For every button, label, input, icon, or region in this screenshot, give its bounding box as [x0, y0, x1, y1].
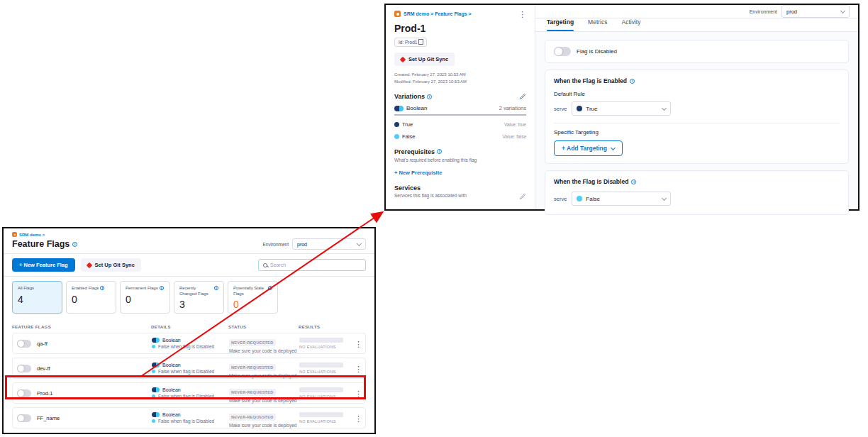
- table-header-row: FEATURE FLAGS DETAILS STATUS RESULTS: [4, 319, 374, 333]
- new-feature-flag-button[interactable]: + New Feature Flag: [12, 258, 75, 272]
- flag-type: Boolean: [162, 387, 181, 392]
- tab-metrics[interactable]: Metrics: [588, 18, 607, 31]
- page-title: Feature Flags: [12, 239, 69, 249]
- flag-enabled-toggle[interactable]: [554, 47, 571, 56]
- table-row[interactable]: dev-ff Boolean False when flag is Disabl…: [12, 358, 366, 379]
- flag-name[interactable]: Prod-1: [37, 390, 53, 397]
- variation-false-label: False: [402, 133, 415, 140]
- edit-variations-icon[interactable]: [519, 93, 526, 100]
- card-label: Enabled Flags: [72, 286, 99, 292]
- summary-card-permanent-flags[interactable]: Permanent Flags 0: [120, 281, 170, 314]
- table-row[interactable]: FF_name Boolean False when flag is Disab…: [12, 407, 366, 428]
- flag-name[interactable]: qa-ff: [37, 341, 48, 347]
- boolean-type-icon: [394, 106, 404, 111]
- info-icon[interactable]: [214, 286, 218, 290]
- specific-targeting-label: Specific Targeting: [554, 129, 840, 135]
- row-menu-icon[interactable]: [355, 365, 362, 373]
- breadcrumb[interactable]: SRM demo >: [12, 232, 366, 237]
- results-skeleton-bar: [299, 412, 343, 417]
- summary-card-all-flags[interactable]: All Flags 4: [12, 281, 62, 314]
- more-options-icon[interactable]: [518, 11, 526, 18]
- flag-toggle[interactable]: [17, 365, 31, 372]
- false-variation-dot: [152, 394, 155, 398]
- info-icon[interactable]: [72, 242, 77, 247]
- info-icon[interactable]: [160, 286, 164, 290]
- default-rule-serve-select[interactable]: True: [572, 101, 671, 116]
- info-icon[interactable]: [427, 94, 432, 99]
- status-text: Make sure your code is deployed: [229, 373, 299, 378]
- flag-default-rule: False when flag is Disabled: [158, 369, 214, 374]
- environment-value: prod: [297, 242, 307, 247]
- card-label: Recently Changed Flags: [179, 286, 213, 297]
- column-header-feature-flags: FEATURE FLAGS: [12, 325, 151, 329]
- flag-toggle[interactable]: [17, 414, 31, 422]
- chevron-down-icon: [611, 145, 616, 150]
- variation-item-true: True Value: true: [394, 121, 526, 128]
- results-text: NO EVALUATIONS: [299, 419, 354, 424]
- boolean-type-icon: [152, 387, 160, 392]
- status-text: Make sure your code is deployed: [229, 398, 299, 403]
- tab-targeting[interactable]: Targeting: [547, 18, 574, 31]
- variation-type-label: Boolean: [406, 105, 427, 111]
- false-variation-dot: [152, 345, 155, 348]
- srm-module-icon: [12, 232, 17, 237]
- srm-module-icon: [394, 11, 401, 17]
- default-rule-serve-value: True: [586, 106, 597, 112]
- environment-select[interactable]: prod: [781, 5, 850, 18]
- summary-card-recently-changed-flags[interactable]: Recently Changed Flags 3: [174, 281, 224, 314]
- tab-activity[interactable]: Activity: [621, 18, 640, 31]
- prerequisites-description: What's required before enabling this fla…: [394, 157, 526, 162]
- summary-card-potentially-stale-flags[interactable]: Potentially Stale Flags 0: [228, 281, 278, 314]
- variation-false-value: Value: false: [503, 134, 526, 139]
- setup-git-sync-button[interactable]: Set Up Git Sync: [81, 258, 141, 272]
- false-variation-dot: [577, 196, 582, 201]
- services-heading: Services: [394, 184, 421, 192]
- status-text: Make sure your code is deployed: [229, 348, 299, 353]
- disabled-serve-select[interactable]: False: [572, 192, 671, 206]
- summary-card-enabled-flags[interactable]: Enabled Flags 0: [66, 281, 116, 314]
- search-input[interactable]: [270, 262, 361, 267]
- setup-git-sync-label: Set Up Git Sync: [408, 56, 448, 62]
- copy-icon[interactable]: [419, 40, 423, 45]
- info-icon[interactable]: [437, 149, 442, 154]
- add-targeting-label: + Add Targeting: [562, 145, 607, 152]
- serve-label: serve: [554, 106, 567, 112]
- disabled-rules-card: When the Flag is Disabled serve False: [545, 170, 849, 215]
- table-row[interactable]: qa-ff Boolean False when flag is Disable…: [12, 333, 366, 354]
- info-icon[interactable]: [631, 179, 636, 184]
- breadcrumb-text[interactable]: SRM demo >: [19, 233, 45, 237]
- info-icon[interactable]: [268, 286, 272, 290]
- flag-toggle[interactable]: [17, 340, 31, 348]
- breadcrumb[interactable]: SRM demo > Feature Flags >: [394, 11, 472, 17]
- column-header-details: DETAILS: [151, 325, 228, 329]
- results-skeleton-bar: [299, 338, 343, 343]
- info-icon[interactable]: [630, 79, 635, 84]
- setup-git-sync-button[interactable]: Set Up Git Sync: [394, 52, 455, 66]
- environment-select[interactable]: prod: [292, 238, 366, 250]
- row-menu-icon[interactable]: [355, 340, 362, 348]
- variation-true-label: True: [402, 121, 413, 128]
- breadcrumb-text[interactable]: SRM demo > Feature Flags >: [404, 11, 472, 16]
- default-rule-label: Default Rule: [554, 91, 840, 97]
- edit-services-icon[interactable]: [519, 193, 526, 200]
- search-box[interactable]: [258, 259, 366, 271]
- enabled-heading: When the Flag is Enabled: [554, 77, 627, 84]
- info-icon[interactable]: [100, 286, 104, 290]
- environment-value: prod: [786, 9, 797, 15]
- flag-name[interactable]: FF_name: [37, 415, 60, 421]
- serve-label: serve: [554, 196, 567, 202]
- add-targeting-button[interactable]: + Add Targeting: [554, 140, 623, 156]
- git-diamond-icon: [86, 262, 91, 267]
- card-value: 4: [18, 294, 57, 305]
- new-prerequisite-link[interactable]: + New Prerequisite: [394, 170, 442, 176]
- screenshot-canvas: SRM demo > Feature Flags > Prod-1 Id: Pr…: [0, 0, 868, 437]
- flag-detail-window: SRM demo > Feature Flags > Prod-1 Id: Pr…: [384, 4, 859, 211]
- flag-toggle[interactable]: [17, 389, 31, 397]
- table-row-prod-1[interactable]: Prod-1 Boolean False when flag is Disabl…: [12, 382, 366, 404]
- flag-name[interactable]: dev-ff: [37, 365, 50, 372]
- row-menu-icon[interactable]: [355, 414, 362, 423]
- flag-id-pill[interactable]: Id: Prod1: [394, 38, 427, 47]
- chevron-down-icon: [840, 8, 845, 13]
- row-menu-icon[interactable]: [355, 389, 362, 398]
- flag-type: Boolean: [162, 363, 181, 367]
